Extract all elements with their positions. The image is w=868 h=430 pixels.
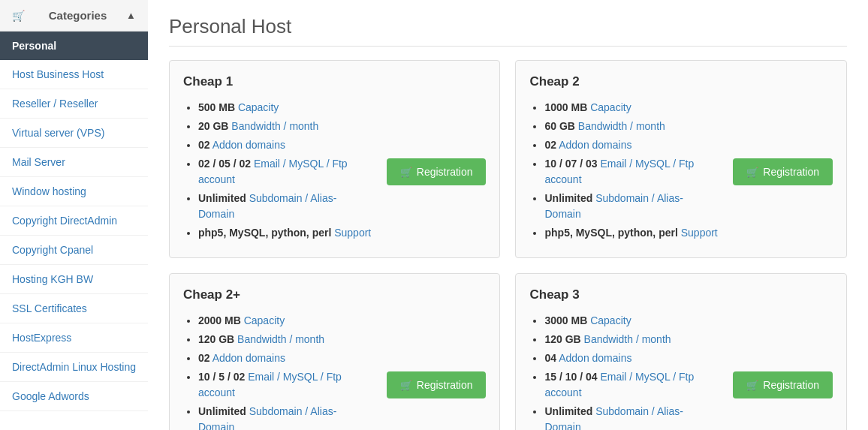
- card-title-cheap3: Cheap 3: [529, 287, 833, 302]
- feature-label: Capacity: [587, 314, 631, 326]
- feature-bold: Unlimited: [544, 192, 592, 204]
- list-item: 20 GB Bandwidth / month: [198, 119, 372, 134]
- sidebar-item-directadmin-linux-hosting[interactable]: DirectAdmin Linux Hosting: [0, 353, 148, 382]
- feature-label: Support: [678, 227, 718, 239]
- feature-bold: 1000 MB: [544, 101, 587, 113]
- feature-bold: 02: [198, 352, 210, 364]
- cart-icon: 🛒: [400, 380, 412, 391]
- list-item: Unlimited Subdomain / Alias-Domain: [544, 191, 718, 222]
- list-item: 02 Addon domains: [544, 137, 718, 153]
- sidebar-item-hostexpress[interactable]: HostExpress: [0, 323, 148, 353]
- feature-bold: 60 GB: [544, 120, 574, 132]
- card-features-cheap3: 3000 MB Capacity120 GB Bandwidth / month…: [529, 313, 718, 430]
- feature-bold: 120 GB: [198, 333, 234, 345]
- feature-bold: 04: [544, 352, 556, 364]
- feature-bold: 120 GB: [544, 333, 580, 345]
- list-item: 04 Addon domains: [544, 350, 718, 366]
- feature-bold: 3000 MB: [544, 314, 587, 326]
- sidebar-item-host-business-host[interactable]: Host Business Host: [0, 60, 148, 89]
- cart-icon: 🛒: [400, 167, 412, 178]
- card-cheap2plus: Cheap 2+2000 MB Capacity120 GB Bandwidth…: [169, 273, 501, 430]
- card-features-cheap1: 500 MB Capacity20 GB Bandwidth / month02…: [183, 100, 372, 244]
- cards-grid: Cheap 1500 MB Capacity20 GB Bandwidth / …: [169, 60, 847, 430]
- feature-bold: 10 / 07 / 03: [544, 158, 597, 170]
- card-title-cheap2plus: Cheap 2+: [183, 287, 487, 302]
- registration-button-cheap1[interactable]: 🛒Registration: [387, 158, 487, 185]
- sidebar-item-ssl-certificates[interactable]: SSL Certificates: [0, 294, 148, 323]
- registration-button-cheap3[interactable]: 🛒Registration: [733, 371, 833, 398]
- card-body-cheap3: 3000 MB Capacity120 GB Bandwidth / month…: [529, 313, 833, 430]
- features-list-cheap3: 3000 MB Capacity120 GB Bandwidth / month…: [529, 313, 718, 430]
- list-item: 1000 MB Capacity: [544, 100, 718, 116]
- feature-bold: Unlimited: [198, 192, 246, 204]
- feature-bold: php5, MySQL, python, perl: [198, 227, 331, 239]
- feature-bold: 20 GB: [198, 120, 228, 132]
- feature-label: Support: [331, 227, 371, 239]
- sidebar-item-window-hosting[interactable]: Window hosting: [0, 177, 148, 206]
- features-list-cheap2plus: 2000 MB Capacity120 GB Bandwidth / month…: [183, 313, 372, 430]
- registration-label: Registration: [763, 166, 819, 178]
- list-item: 120 GB Bandwidth / month: [198, 332, 372, 347]
- feature-bold: 500 MB: [198, 101, 235, 113]
- card-features-cheap2: 1000 MB Capacity60 GB Bandwidth / month0…: [529, 100, 718, 244]
- sidebar-item-reseller--reseller[interactable]: Reseller / Reseller: [0, 89, 148, 119]
- feature-label: Bandwidth / month: [581, 333, 671, 345]
- card-body-cheap1: 500 MB Capacity20 GB Bandwidth / month02…: [183, 100, 487, 244]
- feature-bold: 02 / 05 / 02: [198, 158, 251, 170]
- sidebar-header: 🛒 Categories ▲: [0, 0, 148, 32]
- list-item: 10 / 07 / 03 Email / MySQL / Ftp account: [544, 156, 718, 188]
- list-item: php5, MySQL, python, perl Support: [544, 225, 718, 241]
- feature-bold: 10 / 5 / 02: [198, 371, 245, 383]
- cart-icon: 🛒: [746, 380, 758, 391]
- card-action-cheap3: 🛒Registration: [725, 313, 833, 430]
- card-cheap3: Cheap 33000 MB Capacity120 GB Bandwidth …: [515, 273, 847, 430]
- list-item: Unlimited Subdomain / Alias-Domain: [544, 404, 718, 430]
- cart-icon: 🛒: [12, 10, 25, 22]
- card-features-cheap2plus: 2000 MB Capacity120 GB Bandwidth / month…: [183, 313, 372, 430]
- feature-label: Bandwidth / month: [234, 333, 324, 345]
- feature-label: Capacity: [241, 314, 285, 326]
- list-item: 02 Addon domains: [198, 350, 372, 366]
- feature-bold: 02: [198, 139, 210, 151]
- sidebar-item-hosting-kgh-bw[interactable]: Hosting KGH BW: [0, 265, 148, 294]
- feature-bold: 2000 MB: [198, 314, 241, 326]
- registration-label: Registration: [763, 379, 819, 391]
- registration-button-cheap2[interactable]: 🛒Registration: [733, 158, 833, 185]
- list-item: 120 GB Bandwidth / month: [544, 332, 718, 347]
- feature-label: Bandwidth / month: [575, 120, 665, 132]
- registration-label: Registration: [417, 166, 473, 178]
- feature-bold: Unlimited: [544, 405, 592, 417]
- sidebar-item-copyright-directadmin[interactable]: Copyright DirectAdmin: [0, 206, 148, 236]
- features-list-cheap2: 1000 MB Capacity60 GB Bandwidth / month0…: [529, 100, 718, 241]
- list-item: 500 MB Capacity: [198, 100, 372, 116]
- feature-label: Addon domains: [210, 139, 285, 151]
- card-action-cheap2plus: 🛒Registration: [379, 313, 487, 430]
- list-item: 02 / 05 / 02 Email / MySQL / Ftp account: [198, 156, 372, 188]
- sidebar: 🛒 Categories ▲ PersonalHost Business Hos…: [0, 0, 148, 430]
- features-list-cheap1: 500 MB Capacity20 GB Bandwidth / month02…: [183, 100, 372, 241]
- sidebar-item-google-adwords[interactable]: Google Adwords: [0, 382, 148, 411]
- feature-label: Addon domains: [210, 352, 285, 364]
- card-action-cheap1: 🛒Registration: [379, 100, 487, 244]
- page-title: Personal Host: [169, 15, 847, 47]
- main-content: Personal Host Cheap 1500 MB Capacity20 G…: [148, 0, 868, 430]
- sidebar-item-virtual-server-vps[interactable]: Virtual server (VPS): [0, 119, 148, 148]
- sidebar-header-title: Categories: [49, 9, 107, 22]
- feature-bold: php5, MySQL, python, perl: [544, 227, 677, 239]
- list-item: 2000 MB Capacity: [198, 313, 372, 329]
- feature-label: Capacity: [587, 101, 631, 113]
- list-item: 10 / 5 / 02 Email / MySQL / Ftp account: [198, 369, 372, 401]
- sidebar-item-copyright-cpanel[interactable]: Copyright Cpanel: [0, 236, 148, 265]
- registration-label: Registration: [417, 379, 473, 391]
- sidebar-item-personal[interactable]: Personal: [0, 32, 148, 60]
- feature-bold: 02: [544, 139, 556, 151]
- sidebar-item-mail-server[interactable]: Mail Server: [0, 148, 148, 177]
- card-body-cheap2: 1000 MB Capacity60 GB Bandwidth / month0…: [529, 100, 833, 244]
- card-title-cheap1: Cheap 1: [183, 74, 487, 89]
- registration-button-cheap2plus[interactable]: 🛒Registration: [387, 371, 487, 398]
- card-cheap2: Cheap 21000 MB Capacity60 GB Bandwidth /…: [515, 60, 847, 258]
- list-item: Unlimited Subdomain / Alias-Domain: [198, 191, 372, 222]
- card-action-cheap2: 🛒Registration: [725, 100, 833, 244]
- feature-bold: 15 / 10 / 04: [544, 371, 597, 383]
- card-cheap1: Cheap 1500 MB Capacity20 GB Bandwidth / …: [169, 60, 501, 258]
